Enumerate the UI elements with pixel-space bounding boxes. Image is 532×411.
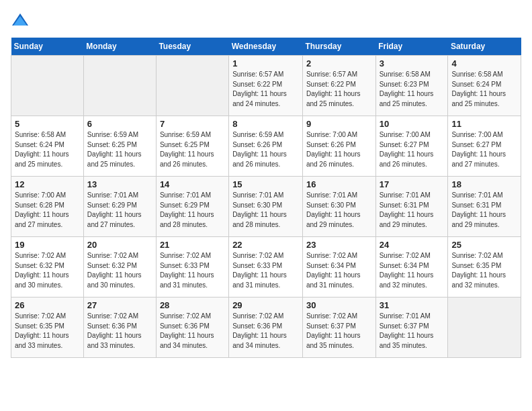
- calendar-cell: 6Sunrise: 6:59 AM Sunset: 6:25 PM Daylig…: [83, 116, 156, 177]
- calendar-cell: 14Sunrise: 7:01 AM Sunset: 6:29 PM Dayli…: [156, 177, 228, 237]
- day-info: Sunrise: 6:57 AM Sunset: 6:22 PM Dayligh…: [306, 70, 372, 109]
- calendar-cell: [448, 298, 521, 358]
- day-number: 11: [451, 119, 517, 129]
- day-info: Sunrise: 7:02 AM Sunset: 6:34 PM Dayligh…: [380, 251, 445, 290]
- week-row-2: 5Sunrise: 6:58 AM Sunset: 6:24 PM Daylig…: [11, 116, 521, 177]
- day-info: Sunrise: 6:57 AM Sunset: 6:22 PM Dayligh…: [232, 70, 299, 109]
- day-info: Sunrise: 7:01 AM Sunset: 6:31 PM Dayligh…: [451, 191, 517, 230]
- day-info: Sunrise: 7:00 AM Sunset: 6:26 PM Dayligh…: [306, 130, 372, 169]
- day-info: Sunrise: 7:02 AM Sunset: 6:34 PM Dayligh…: [306, 251, 372, 290]
- calendar-cell: 12Sunrise: 7:00 AM Sunset: 6:28 PM Dayli…: [11, 177, 84, 237]
- day-info: Sunrise: 7:02 AM Sunset: 6:35 PM Dayligh…: [451, 251, 517, 290]
- calendar-cell: 10Sunrise: 7:00 AM Sunset: 6:27 PM Dayli…: [375, 116, 448, 177]
- day-number: 21: [160, 240, 225, 250]
- day-number: 24: [380, 240, 445, 250]
- day-info: Sunrise: 6:59 AM Sunset: 6:26 PM Dayligh…: [232, 130, 299, 169]
- calendar-cell: 17Sunrise: 7:01 AM Sunset: 6:31 PM Dayli…: [375, 177, 448, 237]
- day-number: 16: [306, 179, 372, 189]
- week-row-5: 26Sunrise: 7:02 AM Sunset: 6:35 PM Dayli…: [11, 298, 521, 358]
- header-wednesday: Wednesday: [229, 38, 303, 56]
- day-number: 17: [380, 179, 445, 189]
- day-info: Sunrise: 7:02 AM Sunset: 6:32 PM Dayligh…: [15, 251, 80, 290]
- day-info: Sunrise: 7:00 AM Sunset: 6:28 PM Dayligh…: [15, 191, 80, 230]
- calendar-cell: 27Sunrise: 7:02 AM Sunset: 6:36 PM Dayli…: [83, 298, 156, 358]
- calendar-cell: 28Sunrise: 7:02 AM Sunset: 6:36 PM Dayli…: [156, 298, 228, 358]
- day-info: Sunrise: 7:02 AM Sunset: 6:36 PM Dayligh…: [87, 312, 152, 351]
- day-info: Sunrise: 7:01 AM Sunset: 6:30 PM Dayligh…: [306, 191, 372, 230]
- calendar-cell: 16Sunrise: 7:01 AM Sunset: 6:30 PM Dayli…: [302, 177, 375, 237]
- day-number: 28: [160, 300, 225, 310]
- calendar-cell: 26Sunrise: 7:02 AM Sunset: 6:35 PM Dayli…: [11, 298, 84, 358]
- day-number: 10: [380, 119, 445, 129]
- day-number: 18: [451, 179, 517, 189]
- day-number: 13: [87, 179, 152, 189]
- calendar-cell: [11, 56, 84, 116]
- calendar-cell: 19Sunrise: 7:02 AM Sunset: 6:32 PM Dayli…: [11, 237, 84, 298]
- day-number: 2: [306, 58, 372, 68]
- calendar-cell: 31Sunrise: 7:01 AM Sunset: 6:37 PM Dayli…: [375, 298, 448, 358]
- day-info: Sunrise: 7:02 AM Sunset: 6:35 PM Dayligh…: [15, 312, 80, 351]
- calendar-header-row: SundayMondayTuesdayWednesdayThursdayFrid…: [11, 38, 521, 56]
- day-info: Sunrise: 7:01 AM Sunset: 6:29 PM Dayligh…: [87, 191, 152, 230]
- header-friday: Friday: [375, 38, 448, 56]
- day-number: 20: [87, 240, 152, 250]
- calendar-cell: 24Sunrise: 7:02 AM Sunset: 6:34 PM Dayli…: [375, 237, 448, 298]
- calendar-cell: 5Sunrise: 6:58 AM Sunset: 6:24 PM Daylig…: [11, 116, 84, 177]
- day-number: 8: [232, 119, 299, 129]
- day-info: Sunrise: 6:59 AM Sunset: 6:25 PM Dayligh…: [160, 130, 225, 169]
- week-row-1: 1Sunrise: 6:57 AM Sunset: 6:22 PM Daylig…: [11, 56, 521, 116]
- day-info: Sunrise: 7:00 AM Sunset: 6:27 PM Dayligh…: [380, 130, 445, 169]
- header-monday: Monday: [83, 38, 156, 56]
- day-info: Sunrise: 6:58 AM Sunset: 6:23 PM Dayligh…: [380, 70, 445, 109]
- calendar-cell: 25Sunrise: 7:02 AM Sunset: 6:35 PM Dayli…: [448, 237, 521, 298]
- day-info: Sunrise: 6:59 AM Sunset: 6:25 PM Dayligh…: [87, 130, 152, 169]
- day-number: 9: [306, 119, 372, 129]
- calendar-cell: 30Sunrise: 7:02 AM Sunset: 6:37 PM Dayli…: [302, 298, 375, 358]
- calendar-cell: 13Sunrise: 7:01 AM Sunset: 6:29 PM Dayli…: [83, 177, 156, 237]
- calendar-cell: 3Sunrise: 6:58 AM Sunset: 6:23 PM Daylig…: [375, 56, 448, 116]
- day-number: 6: [87, 119, 152, 129]
- day-number: 30: [306, 300, 372, 310]
- day-number: 25: [451, 240, 517, 250]
- day-info: Sunrise: 7:02 AM Sunset: 6:37 PM Dayligh…: [306, 312, 372, 351]
- calendar-cell: 29Sunrise: 7:02 AM Sunset: 6:36 PM Dayli…: [229, 298, 303, 358]
- day-info: Sunrise: 7:01 AM Sunset: 6:29 PM Dayligh…: [160, 191, 225, 230]
- day-number: 14: [160, 179, 225, 189]
- calendar-cell: [83, 56, 156, 116]
- calendar-cell: 8Sunrise: 6:59 AM Sunset: 6:26 PM Daylig…: [229, 116, 303, 177]
- day-number: 7: [160, 119, 225, 129]
- day-number: 3: [380, 58, 445, 68]
- day-info: Sunrise: 7:01 AM Sunset: 6:31 PM Dayligh…: [380, 191, 445, 230]
- day-number: 23: [306, 240, 372, 250]
- calendar-cell: 1Sunrise: 6:57 AM Sunset: 6:22 PM Daylig…: [229, 56, 303, 116]
- day-info: Sunrise: 7:02 AM Sunset: 6:33 PM Dayligh…: [160, 251, 225, 290]
- header-thursday: Thursday: [302, 38, 375, 56]
- calendar-cell: 7Sunrise: 6:59 AM Sunset: 6:25 PM Daylig…: [156, 116, 228, 177]
- day-number: 19: [15, 240, 80, 250]
- day-info: Sunrise: 6:58 AM Sunset: 6:24 PM Dayligh…: [451, 70, 517, 109]
- week-row-4: 19Sunrise: 7:02 AM Sunset: 6:32 PM Dayli…: [11, 237, 521, 298]
- logo-icon: [11, 11, 30, 30]
- calendar-table: SundayMondayTuesdayWednesdayThursdayFrid…: [11, 38, 521, 358]
- header-saturday: Saturday: [448, 38, 521, 56]
- page-header: [11, 11, 521, 30]
- day-number: 12: [15, 179, 80, 189]
- day-number: 31: [380, 300, 445, 310]
- calendar-cell: 2Sunrise: 6:57 AM Sunset: 6:22 PM Daylig…: [302, 56, 375, 116]
- calendar-cell: 22Sunrise: 7:02 AM Sunset: 6:33 PM Dayli…: [229, 237, 303, 298]
- week-row-3: 12Sunrise: 7:00 AM Sunset: 6:28 PM Dayli…: [11, 177, 521, 237]
- day-info: Sunrise: 7:02 AM Sunset: 6:32 PM Dayligh…: [87, 251, 152, 290]
- day-info: Sunrise: 7:02 AM Sunset: 6:36 PM Dayligh…: [160, 312, 225, 351]
- calendar-cell: 18Sunrise: 7:01 AM Sunset: 6:31 PM Dayli…: [448, 177, 521, 237]
- calendar-cell: 21Sunrise: 7:02 AM Sunset: 6:33 PM Dayli…: [156, 237, 228, 298]
- calendar-cell: 4Sunrise: 6:58 AM Sunset: 6:24 PM Daylig…: [448, 56, 521, 116]
- day-number: 15: [232, 179, 299, 189]
- day-number: 4: [451, 58, 517, 68]
- day-info: Sunrise: 7:00 AM Sunset: 6:27 PM Dayligh…: [451, 130, 517, 169]
- logo: [11, 11, 32, 30]
- header-tuesday: Tuesday: [156, 38, 228, 56]
- day-number: 26: [15, 300, 80, 310]
- day-number: 27: [87, 300, 152, 310]
- calendar-cell: 23Sunrise: 7:02 AM Sunset: 6:34 PM Dayli…: [302, 237, 375, 298]
- calendar-cell: 9Sunrise: 7:00 AM Sunset: 6:26 PM Daylig…: [302, 116, 375, 177]
